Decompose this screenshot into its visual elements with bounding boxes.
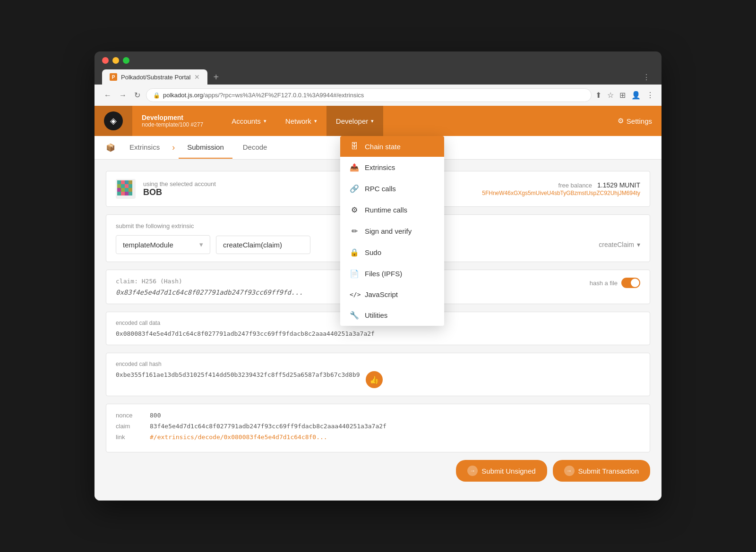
browser-titlebar	[94, 51, 662, 69]
call-name: createClaim(claim)	[223, 241, 282, 249]
svg-rect-13	[117, 192, 121, 195]
submit-unsigned-button[interactable]: → Submit Unsigned	[456, 460, 547, 482]
profile-icon[interactable]: 👤	[631, 91, 641, 100]
submit-unsigned-label: Submit Unsigned	[481, 467, 535, 475]
encoded-call-value: 0x080083f4e5e4d7d1c64c8f027791adb247f93c…	[116, 330, 640, 337]
subnav-extrinsics[interactable]: Extrinsics	[121, 136, 168, 159]
claim-result-value: createClaim	[599, 241, 634, 248]
hash-file-toggle[interactable]	[621, 278, 640, 288]
svg-rect-11	[125, 188, 129, 192]
tab-favicon: P	[110, 73, 117, 81]
bookmark-icon[interactable]: ☆	[607, 91, 614, 100]
tab-title: Polkadot/Substrate Portal	[121, 74, 190, 81]
new-tab-button[interactable]: +	[209, 72, 223, 83]
svg-rect-8	[129, 184, 132, 188]
svg-rect-1	[117, 180, 121, 184]
dropdown-item-javascript[interactable]: </> JavaScript	[340, 284, 444, 305]
nav-container: ◈ Development node-template/100 #277 Acc…	[94, 106, 662, 136]
submit-transaction-button[interactable]: → Submit Transaction	[553, 460, 650, 482]
utilities-icon: 🔧	[350, 311, 359, 320]
runtime-label: Runtime calls	[365, 206, 407, 214]
runtime-icon: ⚙	[350, 205, 359, 214]
dropdown-item-chain-state[interactable]: 🗄 Chain state	[340, 136, 444, 157]
accounts-chevron: ▾	[264, 118, 266, 124]
subnav-separator: ›	[170, 136, 177, 159]
sign-icon: ✏	[350, 227, 359, 236]
lock-icon: 🔒	[153, 92, 160, 99]
utilities-label: Utilities	[365, 311, 387, 319]
back-button[interactable]: ←	[102, 89, 113, 102]
account-avatar	[116, 179, 136, 199]
developer-dropdown: 🗄 Chain state 📤 Extrinsics 🔗 RPC calls	[340, 136, 444, 326]
dropdown-item-extrinsics[interactable]: 📤 Extrinsics	[340, 157, 444, 178]
nav-settings[interactable]: ⚙ Settings	[608, 106, 662, 136]
js-label: JavaScript	[365, 290, 398, 298]
dropdown-item-files-ipfs[interactable]: 📄 Files (IPFS)	[340, 263, 444, 284]
minimize-button[interactable]	[112, 57, 119, 64]
dropdown-item-runtime-calls[interactable]: ⚙ Runtime calls	[340, 199, 444, 221]
submit-transaction-icon: →	[564, 466, 575, 476]
details-section: nonce 800 claim 83f4e5e4d7d1c64c8f027791…	[106, 404, 650, 452]
nonce-label: nonce	[116, 412, 144, 419]
forward-button[interactable]: →	[117, 89, 129, 102]
nav-developer[interactable]: Developer ▾	[326, 106, 383, 136]
svg-rect-6	[121, 184, 125, 188]
extrinsic-call-select[interactable]: createClaim(claim)	[216, 236, 310, 254]
link-label: link	[116, 433, 144, 441]
copy-hash-button[interactable]: 👍	[366, 371, 383, 388]
claim-result-select[interactable]: createClaim ▾	[599, 241, 640, 248]
dropdown-item-utilities[interactable]: 🔧 Utilities	[340, 305, 444, 326]
detail-claim-row: claim 83f4e5e4d7d1c64c8f027791adb247f93c…	[116, 423, 640, 430]
accounts-label: Accounts	[232, 117, 261, 125]
more-options-icon[interactable]: ⋮	[646, 91, 654, 100]
developer-chevron: ▾	[371, 118, 374, 124]
subnav-decode[interactable]: Decode	[234, 136, 276, 159]
extrinsic-link[interactable]: #/extrinsics/decode/0x080083f4e5e4d7d1c6…	[150, 433, 327, 441]
files-icon: 📄	[350, 269, 359, 278]
encoded-hash-with-copy: 0xbe355f161ae13db5d31025f414dd50b3239432…	[116, 371, 640, 388]
developer-label: Developer	[336, 117, 368, 125]
svg-rect-9	[117, 188, 121, 192]
svg-rect-15	[125, 192, 129, 195]
refresh-button[interactable]: ↻	[132, 89, 142, 102]
settings-label: Settings	[627, 117, 652, 125]
detail-link-row: link #/extrinsics/decode/0x080083f4e5e4d…	[116, 433, 640, 441]
browser-actions: ⬆ ☆ ⊞ 👤 ⋮	[595, 91, 654, 100]
nav-logo: ◈	[94, 106, 132, 136]
brand-title: Development	[142, 114, 203, 121]
svg-rect-2	[121, 180, 125, 184]
share-icon[interactable]: ⬆	[595, 91, 601, 100]
tab-close-button[interactable]: ✕	[194, 73, 200, 81]
close-button[interactable]	[102, 57, 109, 64]
submit-unsigned-icon: →	[467, 466, 478, 476]
hash-file-label: hash a file	[590, 280, 618, 287]
encoded-hash-value: 0xbe355f161ae13db5d31025f414dd50b3239432…	[116, 371, 360, 378]
subnav-submission[interactable]: Submission	[179, 136, 232, 159]
dropdown-item-sudo[interactable]: 🔒 Sudo	[340, 242, 444, 263]
claim-result-chevron: ▾	[637, 241, 640, 248]
browser-tab[interactable]: P Polkadot/Substrate Portal ✕	[102, 69, 207, 85]
traffic-lights	[102, 57, 129, 64]
extensions-icon[interactable]: ⊞	[619, 91, 626, 100]
nav-accounts[interactable]: Accounts ▾	[222, 106, 276, 136]
action-buttons: → Submit Unsigned → Submit Transaction	[106, 452, 650, 489]
files-label: Files (IPFS)	[365, 270, 402, 278]
extrinsic-module-select[interactable]: templateModule ▾	[116, 235, 210, 254]
sudo-icon: 🔒	[350, 248, 359, 257]
svg-rect-16	[129, 192, 132, 195]
dropdown-item-rpc-calls[interactable]: 🔗 RPC calls	[340, 178, 444, 199]
nav-network[interactable]: Network ▾	[276, 106, 326, 136]
app-content: ◈ Development node-template/100 #277 Acc…	[94, 106, 662, 501]
maximize-button[interactable]	[123, 57, 129, 64]
brand-sub: node-template/100 #277	[142, 121, 203, 128]
nonce-value: 800	[150, 412, 161, 419]
svg-rect-5	[117, 184, 121, 188]
dropdown-item-sign-verify[interactable]: ✏ Sign and verify	[340, 221, 444, 242]
browser-window: P Polkadot/Substrate Portal ✕ + ⋮ ← → ↻ …	[94, 51, 662, 501]
js-icon: </>	[350, 291, 359, 298]
extrinsics-page-icon: 📦	[106, 143, 115, 152]
module-name: templateModule	[123, 241, 173, 249]
browser-menu-button[interactable]: ⋮	[639, 73, 654, 82]
address-input[interactable]: 🔒 polkadot.js.org/apps/?rpc=ws%3A%2F%2F1…	[146, 88, 592, 102]
module-chevron: ▾	[199, 240, 203, 249]
